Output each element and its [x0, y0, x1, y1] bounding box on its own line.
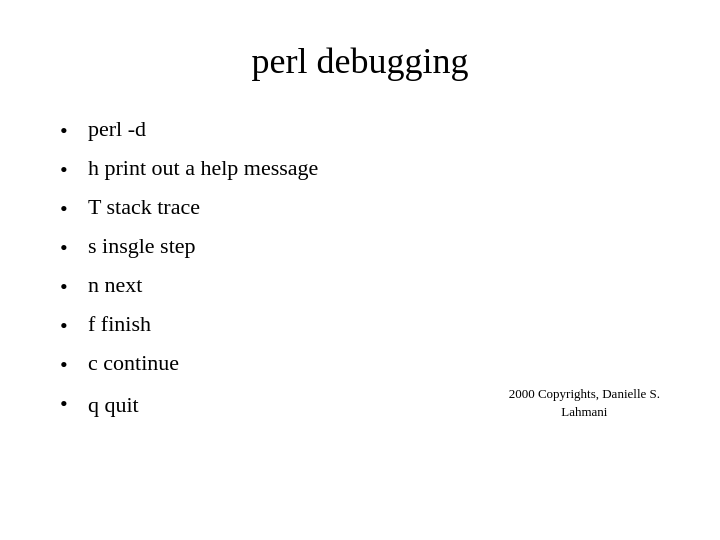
list-item: • c continue [60, 346, 660, 381]
list-item: • T stack trace [60, 190, 660, 225]
bullet-dot: • [60, 231, 88, 264]
list-item: • s insgle step [60, 229, 660, 264]
bullet-text: s insgle step [88, 229, 660, 262]
bullet-text: n next [88, 268, 660, 301]
bullet-dot: • [60, 270, 88, 303]
bullet-list: • perl -d • h print out a help message •… [60, 112, 660, 425]
bullet-text: perl -d [88, 112, 660, 145]
bullet-dot: • [60, 114, 88, 147]
bullet-text: c continue [88, 346, 660, 379]
bullet-text: q quit [88, 388, 489, 421]
bullet-dot: • [60, 309, 88, 342]
bullet-dot: • [60, 192, 88, 225]
bullet-dot: • [60, 153, 88, 186]
slide-title: perl debugging [60, 40, 660, 82]
bullet-text: f finish [88, 307, 660, 340]
list-item: • perl -d [60, 112, 660, 147]
bullet-text: T stack trace [88, 190, 660, 223]
bullet-dot: • [60, 348, 88, 381]
last-row: q quit 2000 Copyrights, Danielle S. Lahm… [88, 385, 660, 421]
slide: perl debugging • perl -d • h print out a… [0, 0, 720, 540]
copyright: 2000 Copyrights, Danielle S. Lahmani [509, 385, 660, 421]
list-item: • h print out a help message [60, 151, 660, 186]
list-item: • n next [60, 268, 660, 303]
bullet-text: h print out a help message [88, 151, 660, 184]
list-item: • f finish [60, 307, 660, 342]
list-item: • q quit 2000 Copyrights, Danielle S. La… [60, 385, 660, 421]
bullet-dot: • [60, 387, 88, 420]
